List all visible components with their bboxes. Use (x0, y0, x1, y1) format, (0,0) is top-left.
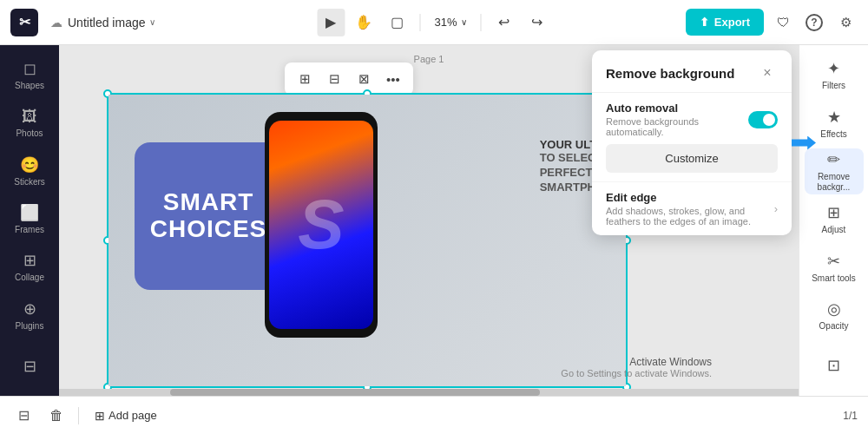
adjust-label: Adjust (822, 225, 846, 235)
delete-page-button[interactable]: 🗑 (43, 403, 69, 429)
help-icon: ? (806, 14, 823, 31)
frame-tool-button[interactable]: ▢ (383, 9, 411, 36)
sidebar-item-smart-tools[interactable]: ✂ Smart tools (805, 245, 864, 291)
ft-more-btn[interactable]: ••• (380, 66, 406, 92)
sidebar-item-opacity[interactable]: ◎ Opacity (805, 293, 864, 339)
export-label: Export (714, 16, 750, 29)
activate-windows-title: Activate Windows (561, 356, 712, 368)
document-title: Untitled image (68, 16, 146, 30)
smart-tools-icon: ✂ (827, 252, 840, 271)
sidebar-item-frames[interactable]: ⬜ Frames (5, 196, 54, 240)
settings-button[interactable]: ⚙ (833, 10, 858, 35)
center-toolbar: ▶ ✋ ▢ 31% ∨ ↩ ↪ (317, 9, 550, 36)
main-area: ◻ Shapes 🖼 Photos 😊 Stickers ⬜ Frames ⊞ … (0, 45, 868, 396)
shield-button[interactable]: 🛡 (771, 10, 795, 35)
stickers-label: Stickers (14, 177, 45, 187)
export-icon: ⬆ (700, 16, 709, 29)
smart-choices-element: SMART CHOICES (135, 142, 282, 290)
topbar-right: ⬆ Export 🛡 ? ⚙ (686, 9, 858, 36)
filters-label: Filters (822, 81, 845, 91)
delete-page-icon: 🗑 (49, 408, 63, 424)
auto-removal-toggle[interactable] (748, 111, 778, 128)
phone-screen-letter: S (298, 185, 344, 265)
select-tool-button[interactable]: ▶ (317, 9, 345, 36)
shield-icon: 🛡 (777, 15, 790, 30)
remove-bg-icon: ✏ (827, 150, 840, 169)
add-page-button[interactable]: ⊞ Add page (88, 405, 164, 426)
shapes-icon: ◻ (23, 59, 36, 78)
stickers-icon: 😊 (20, 155, 39, 174)
filters-icon: ✦ (827, 59, 840, 78)
zoom-control[interactable]: 31% ∨ (429, 12, 471, 32)
left-sidebar: ◻ Shapes 🖼 Photos 😊 Stickers ⬜ Frames ⊞ … (0, 45, 59, 396)
cloud-icon: ☁ (50, 16, 62, 30)
auto-removal-row: Auto removal Remove backgrounds automati… (606, 102, 778, 137)
title-chevron-icon: ∨ (149, 17, 155, 27)
add-page-icon: ⊞ (95, 409, 105, 423)
panel-header: Remove background × (592, 50, 792, 93)
sidebar-item-photos[interactable]: 🖼 Photos (5, 100, 54, 144)
undo-button[interactable]: ↩ (490, 9, 518, 36)
sidebar-item-adjust[interactable]: ⊞ Adjust (805, 196, 864, 242)
edit-edge-arrow-icon: › (774, 202, 778, 215)
effects-label: Effects (820, 129, 846, 140)
toolbar-separator2 (481, 14, 482, 31)
remove-bg-panel: Remove background × Auto removal Remove … (592, 50, 792, 235)
panel-arrow-container (792, 136, 816, 150)
float-toolbar: ⊞ ⊟ ⊠ ••• (285, 62, 413, 95)
ft-grid-btn[interactable]: ⊞ (292, 66, 318, 92)
more-icon: ⊟ (23, 357, 36, 376)
canvas-background: SMART CHOICES S YOUR ULTIMA TO SELEC PER… (108, 95, 626, 386)
collage-label: Collage (15, 273, 44, 282)
right-sidebar: ✦ Filters ★ Effects ✏ Remove backgr... ⊞… (799, 45, 868, 396)
photos-label: Photos (16, 128, 43, 138)
zoom-value: 31% (434, 16, 457, 29)
opacity-label: Opacity (819, 321, 849, 332)
title-area[interactable]: ☁ Untitled image ∨ (45, 12, 161, 33)
customize-button[interactable]: Customize (606, 144, 778, 173)
frames-label: Frames (15, 225, 44, 234)
shapes-label: Shapes (15, 81, 44, 90)
sidebar-item-plugins[interactable]: ⊕ Plugins (5, 293, 54, 337)
sidebar-item-shapes[interactable]: ◻ Shapes (5, 52, 54, 96)
page-label: Page 1 (414, 54, 444, 64)
photos-icon: 🖼 (22, 108, 37, 126)
frames-icon: ⬜ (20, 203, 39, 222)
hand-tool-button[interactable]: ✋ (350, 9, 378, 36)
sidebar-item-remove-bg[interactable]: ✏ Remove backgr... (805, 148, 864, 194)
collage-icon: ⊞ (23, 251, 36, 270)
page-counter: 1/1 (843, 410, 858, 422)
canvas-frame: SMART CHOICES S YOUR ULTIMA TO SELEC PER… (107, 93, 628, 388)
auto-removal-title: Auto removal (606, 102, 748, 115)
redo-button[interactable]: ↪ (523, 9, 551, 36)
sidebar-item-resize[interactable]: ⊡ (805, 343, 864, 389)
ft-copy-btn[interactable]: ⊠ (351, 66, 377, 92)
sidebar-item-filters[interactable]: ✦ Filters (805, 52, 864, 98)
canvas-scrollbar-thumb[interactable] (170, 389, 540, 396)
sidebar-item-stickers[interactable]: 😊 Stickers (5, 148, 54, 193)
help-button[interactable]: ? (802, 10, 826, 35)
panel-close-button[interactable]: × (757, 62, 778, 83)
resize-icon: ⊡ (827, 356, 840, 375)
toolbar-separator (419, 14, 420, 31)
sidebar-item-more[interactable]: ⊟ (5, 345, 54, 389)
sidebar-item-collage[interactable]: ⊞ Collage (5, 245, 54, 289)
activate-windows-notice: Activate Windows Go to Settings to activ… (561, 356, 712, 378)
add-page-label: Add page (108, 409, 157, 422)
copy-page-button[interactable]: ⊟ (10, 403, 36, 429)
settings-icon: ⚙ (840, 15, 852, 30)
panel-arrow-icon (792, 136, 816, 150)
export-button[interactable]: ⬆ Export (686, 9, 764, 36)
effects-icon: ★ (827, 108, 841, 127)
app-logo: ✂ (10, 9, 38, 36)
auto-removal-text: Auto removal Remove backgrounds automati… (606, 102, 748, 137)
adjust-icon: ⊞ (827, 203, 840, 222)
phone-screen: S (269, 121, 373, 329)
opacity-icon: ◎ (827, 299, 841, 319)
plugins-icon: ⊕ (23, 299, 36, 319)
edit-edge-section[interactable]: Edit edge Add shadows, strokes, glow, an… (592, 182, 792, 235)
canvas-scrollbar[interactable] (59, 389, 799, 396)
ft-layout-btn[interactable]: ⊟ (321, 66, 347, 92)
auto-removal-sub: Remove backgrounds automatically. (606, 116, 748, 137)
edit-edge-sub: Add shadows, strokes, glow, and feathers… (606, 206, 753, 227)
